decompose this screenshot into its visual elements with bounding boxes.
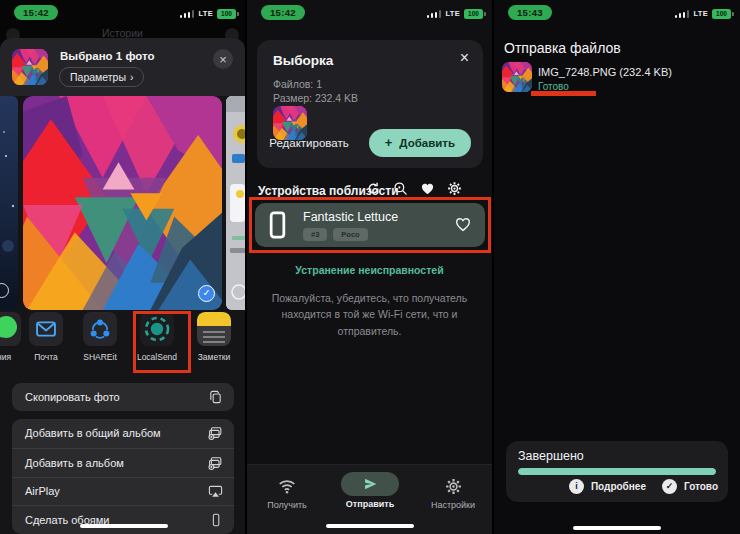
signal-icon (675, 10, 690, 18)
tab-send-active[interactable]: Отправить (330, 465, 410, 509)
scan-address-icon[interactable] (393, 181, 408, 196)
shared-album-icon (207, 425, 223, 441)
app-notes[interactable]: Заметки (197, 312, 231, 346)
album-add-icon (207, 455, 223, 471)
details-button[interactable]: i Подробнее (569, 479, 646, 494)
completed-title: Завершено (518, 449, 584, 463)
action-group: Добавить в общий альбом Добавить в альбо… (12, 419, 234, 534)
battery-icon: 100 (464, 9, 483, 19)
home-indicator[interactable] (80, 524, 168, 528)
panel-localsend-send: 15:42 LTE 100 Выборка × Файлов: 1 Размер… (247, 0, 493, 534)
app-shareit[interactable]: SHAREit (83, 312, 117, 346)
completed-card: Завершено i Подробнее ✓ Готово (506, 441, 728, 502)
share-apps-row: ния Почта (0, 312, 245, 374)
files-size: Размер: 232.4 KB (273, 92, 358, 104)
share-sheet-title: Выбрано 1 фото (60, 50, 155, 62)
progress-fill (518, 468, 716, 475)
info-icon: i (569, 479, 584, 494)
status-time: 15:43 (508, 5, 552, 20)
action-add-album[interactable]: Добавить в альбом (12, 448, 234, 477)
tab-receive[interactable]: Получить (247, 465, 327, 510)
status-bar: 15:42 LTE 100 (247, 4, 492, 22)
panel-localsend-progress: 15:43 LTE 100 Отправка файлов IMG_7248.P… (494, 0, 740, 534)
share-sheet-header: Выбрано 1 фото Параметры › × (0, 38, 245, 96)
status-bar: 15:43 LTE 100 (494, 4, 740, 22)
selected-photo-thumbnail (12, 49, 48, 85)
action-add-shared-album[interactable]: Добавить в общий альбом (12, 419, 234, 448)
app-messages[interactable]: ния (0, 312, 21, 346)
signal-icon (180, 10, 195, 18)
photo-carousel: ✓ (0, 96, 245, 310)
signal-icon (427, 10, 442, 18)
photo-selected-check-icon: ✓ (198, 285, 215, 302)
done-button[interactable]: ✓ Готово (662, 479, 718, 494)
copy-icon (208, 390, 223, 405)
messages-icon (0, 312, 21, 346)
screenshot-canvas: 15:42 LTE 100 Истории Выбрано 1 фото Пар… (0, 0, 740, 534)
action-set-wallpaper[interactable]: Сделать обоями (12, 505, 234, 534)
annotation-underline (531, 91, 596, 96)
wifi-hint-text: Пожалуйста, убедитесь, что получатель на… (264, 290, 475, 339)
add-button[interactable]: + Добавить (369, 129, 471, 157)
home-indicator[interactable] (326, 524, 414, 528)
close-icon[interactable]: × (213, 49, 233, 69)
chevron-right-icon: › (130, 71, 134, 83)
check-icon: ✓ (662, 479, 677, 494)
adjacent-photo-right[interactable] (226, 96, 245, 310)
status-time: 15:42 (14, 5, 58, 20)
status-time: 15:42 (261, 5, 305, 20)
tab-settings[interactable]: Настройки (413, 465, 493, 510)
selected-photo[interactable]: ✓ (23, 96, 222, 310)
wallpaper-phone-icon (209, 513, 223, 528)
annotation-box-device (249, 197, 491, 253)
panel-share-sheet: 15:42 LTE 100 Истории Выбрано 1 фото Пар… (0, 0, 246, 534)
battery-icon: 100 (217, 9, 236, 19)
selection-card: Выборка × Файлов: 1 Размер: 232.4 KB Ред… (257, 40, 483, 168)
close-icon[interactable]: × (460, 49, 469, 67)
action-copy-photo[interactable]: Скопировать фото (12, 383, 234, 411)
plus-icon: + (385, 138, 393, 148)
battery-icon: 100 (712, 9, 731, 19)
troubleshoot-link[interactable]: Устранение неисправностей (247, 264, 492, 276)
options-button[interactable]: Параметры › (59, 67, 144, 87)
network-type: LTE (693, 9, 708, 18)
share-sheet: Выбрано 1 фото Параметры › × (0, 38, 245, 534)
network-type: LTE (445, 9, 460, 18)
edit-button[interactable]: Редактировать (269, 137, 348, 149)
gear-icon (413, 475, 493, 497)
airplay-icon (208, 484, 223, 499)
notes-icon (197, 312, 231, 346)
network-type: LTE (198, 9, 213, 18)
files-count: Файлов: 1 (273, 78, 322, 90)
annotation-box-localsend (133, 311, 191, 373)
send-icon (341, 472, 399, 496)
file-name: IMG_7248.PNG (232.4 KB) (538, 66, 672, 78)
gear-icon[interactable] (447, 181, 462, 196)
selection-title: Выборка (273, 53, 333, 68)
action-airplay[interactable]: AirPlay (12, 477, 234, 506)
app-mail[interactable]: Почта (29, 312, 63, 346)
status-bar: 15:42 LTE 100 (0, 4, 245, 22)
wifi-icon (247, 475, 327, 497)
favorites-heart-icon[interactable] (420, 181, 435, 196)
mail-icon (29, 312, 63, 346)
refresh-icon[interactable] (366, 181, 381, 196)
shareit-icon (83, 312, 117, 346)
file-thumbnail (502, 62, 532, 92)
progress-bar (518, 468, 716, 475)
page-title: Отправка файлов (504, 40, 621, 56)
adjacent-photo-left[interactable] (0, 96, 18, 310)
home-indicator[interactable] (573, 526, 661, 530)
